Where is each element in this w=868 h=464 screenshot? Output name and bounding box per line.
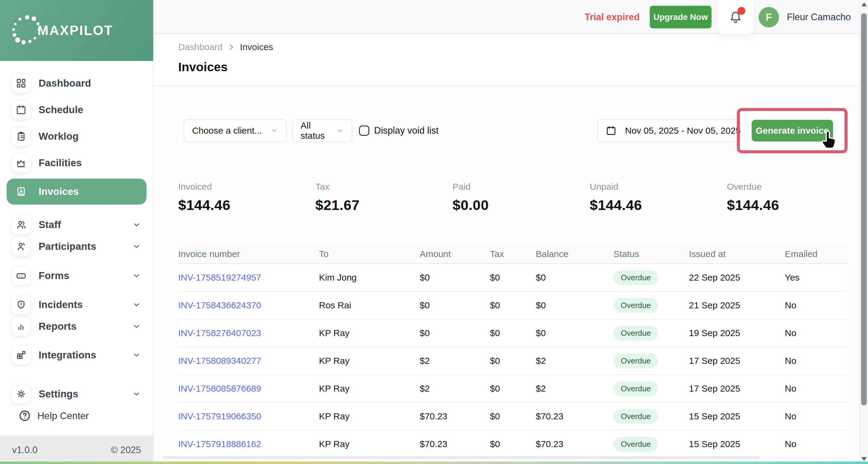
sidebar-nav: Dashboard Schedule Worklog Facilities In… [0, 61, 153, 427]
stat-value: $21.67 [315, 197, 453, 213]
scroll-down-arrow-icon[interactable] [861, 457, 867, 461]
col-tax: Tax [490, 249, 536, 259]
sidebar-item-settings[interactable]: Settings [7, 383, 147, 405]
invoice-link[interactable]: INV-1758089340277 [178, 356, 319, 366]
invoice-link[interactable]: INV-1758519274957 [178, 272, 319, 283]
scroll-up-arrow-icon[interactable] [861, 2, 867, 6]
cell-to: KP Ray [319, 411, 420, 422]
sidebar-item-invoices[interactable]: Invoices [7, 179, 147, 205]
stat-paid: Paid $0.00 [453, 182, 590, 213]
sidebar-item-label: Invoices [39, 186, 79, 197]
client-select-value: Choose a client... [192, 125, 262, 136]
status-select[interactable]: All status [292, 119, 352, 142]
cell-to: KP Ray [319, 383, 420, 394]
invoice-link[interactable]: INV-1758436624370 [178, 300, 319, 311]
notifications-button[interactable] [718, 0, 754, 34]
sidebar-item-label: Dashboard [39, 78, 91, 89]
cell-to: KP Ray [319, 356, 420, 366]
vertical-scrollbar[interactable] [859, 0, 868, 464]
chevron-right-icon [227, 43, 235, 51]
help-icon [18, 409, 31, 423]
col-emailed: Emailed [785, 249, 847, 259]
bar-chart-icon [11, 317, 31, 336]
sidebar-item-label: Settings [39, 388, 79, 400]
calendar-icon [606, 125, 617, 136]
invoices-table: Invoice number To Amount Tax Balance Sta… [178, 245, 847, 458]
table-row: INV-1758436624370 Ros Rai $0 $0 $0 Overd… [178, 292, 847, 319]
cell-amount: $0 [420, 272, 490, 283]
invoice-link[interactable]: INV-1757919066350 [178, 411, 319, 422]
invoice-link[interactable]: INV-1757918886162 [178, 439, 319, 449]
cell-balance: $2 [536, 383, 614, 394]
blocks-icon [11, 345, 31, 365]
page-title: Invoices [178, 60, 868, 74]
cell-to: KP Ray [319, 439, 420, 449]
cell-balance: $0 [536, 300, 614, 311]
date-range-input[interactable]: Nov 05, 2025 - Nov 05, 2025 [597, 119, 741, 142]
sidebar-footer: v1.0.0 © 2025 [0, 436, 153, 464]
sidebar-item-worklog[interactable]: Worklog [7, 125, 147, 147]
stat-value: $144.46 [727, 197, 847, 213]
display-void-list-toggle[interactable]: Display void list [359, 125, 439, 136]
sidebar: MAXPILOT Dashboard Schedule Worklog Faci… [0, 0, 154, 464]
summary-stats: Invoiced $144.46 Tax $21.67 Paid $0.00 U… [178, 182, 847, 213]
notification-dot [738, 7, 745, 15]
cursor-hand-icon [818, 127, 839, 154]
user-menu[interactable]: F Fleur Camacho [758, 0, 851, 34]
sidebar-item-schedule[interactable]: Schedule [7, 99, 147, 121]
col-balance: Balance [536, 249, 614, 259]
sidebar-item-label: Staff [39, 219, 61, 231]
invoice-link[interactable]: INV-1758276407023 [178, 328, 319, 338]
col-to: To [319, 249, 420, 259]
chevron-down-icon [271, 127, 278, 135]
sidebar-item-participants[interactable]: Participants [7, 236, 147, 257]
breadcrumb-dashboard[interactable]: Dashboard [178, 42, 222, 52]
stat-label: Invoiced [178, 182, 315, 192]
horizontal-scrollbar[interactable] [163, 456, 760, 459]
sidebar-item-help-center[interactable]: Help Center [7, 405, 147, 427]
stat-value: $144.46 [590, 197, 727, 213]
table-header: Invoice number To Amount Tax Balance Sta… [178, 245, 847, 264]
sidebar-item-label: Facilities [39, 157, 82, 169]
status-badge: Overdue [614, 270, 658, 285]
app-window: MAXPILOT Dashboard Schedule Worklog Faci… [0, 0, 868, 464]
chevron-down-icon [132, 351, 141, 359]
cell-emailed: No [785, 356, 847, 366]
chevron-down-icon [132, 271, 141, 280]
sidebar-item-incidents[interactable]: Incidents [7, 294, 147, 316]
cell-balance: $70.23 [536, 439, 614, 449]
invoice-link[interactable]: INV-1758085876689 [178, 383, 319, 394]
client-select[interactable]: Choose a client... [184, 119, 287, 142]
chevron-down-icon [132, 300, 141, 309]
cell-emailed: No [785, 300, 847, 311]
col-status: Status [614, 249, 689, 259]
gear-icon [11, 384, 31, 404]
sidebar-item-integrations[interactable]: Integrations [7, 344, 147, 366]
cell-issued-at: 17 Sep 2025 [689, 356, 785, 366]
table-row: INV-1757918886162 KP Ray $70.23 $0 $70.2… [178, 431, 847, 458]
void-list-checkbox[interactable] [359, 125, 369, 136]
sidebar-item-forms[interactable]: Forms [7, 265, 147, 287]
trial-expired-text: Trial expired [585, 0, 640, 34]
filters-row: Choose a client... All status Display vo… [178, 108, 847, 153]
upgrade-now-button[interactable]: Upgrade Now [650, 6, 712, 28]
scrollbar-thumb[interactable] [861, 13, 867, 405]
breadcrumb: Dashboard Invoices [178, 42, 868, 52]
sidebar-item-label: Worklog [39, 130, 79, 142]
sidebar-item-staff[interactable]: Staff [7, 214, 147, 236]
user-name: Fleur Camacho [787, 12, 851, 23]
sidebar-item-dashboard[interactable]: Dashboard [7, 72, 147, 94]
breadcrumb-invoices: Invoices [240, 42, 273, 52]
invoice-icon [11, 182, 31, 201]
sidebar-item-facilities[interactable]: Facilities [7, 152, 147, 174]
cell-issued-at: 19 Sep 2025 [689, 328, 785, 338]
status-badge: Overdue [614, 326, 658, 341]
table-row: INV-1757919066350 KP Ray $70.23 $0 $70.2… [178, 403, 847, 431]
cell-balance: $2 [536, 356, 614, 366]
cell-tax: $0 [490, 328, 536, 338]
table-row: INV-1758089340277 KP Ray $2 $0 $2 Overdu… [178, 347, 847, 375]
cell-balance: $0 [536, 272, 614, 283]
sidebar-item-reports[interactable]: Reports [7, 316, 147, 337]
forms-icon [11, 266, 31, 285]
click-highlight-annotation: Generate invoice [737, 108, 847, 153]
